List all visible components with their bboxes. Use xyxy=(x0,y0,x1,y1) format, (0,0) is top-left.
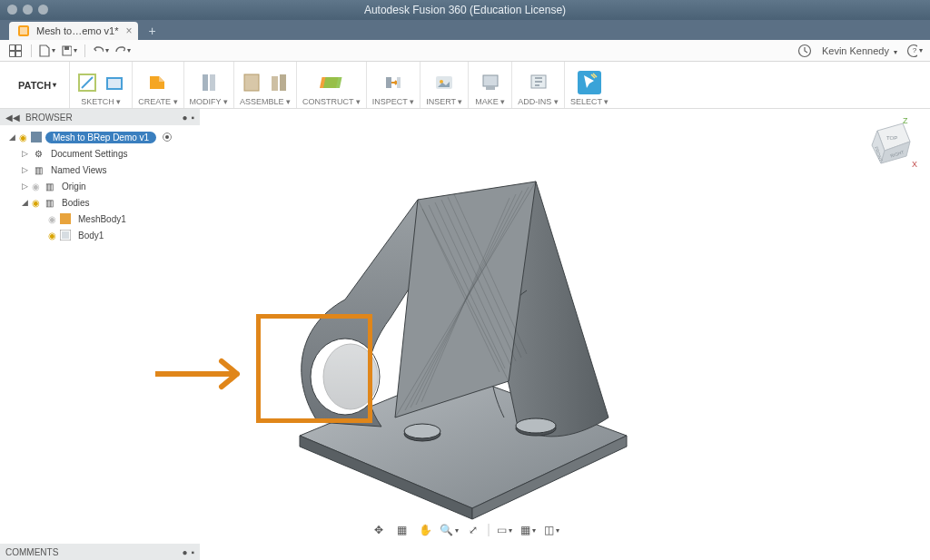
navigation-bar: ✥ ▦ ✋ 🔍▾ ⤢ ▭▾ ▦▾ ◫▾ xyxy=(365,520,566,540)
minimize-window-icon[interactable] xyxy=(23,5,33,15)
disclosure-triangle-icon[interactable]: ▷ xyxy=(20,165,29,174)
construct-icon[interactable] xyxy=(320,71,343,94)
browser-tree: ◢ ◉ Mesh to BRep Demo v1 ▷ ⚙ Document Se… xyxy=(0,125,200,243)
quick-access-toolbar: ▾ ▾ ▾ ▾ Kevin Kennedy ▾ ?▾ xyxy=(0,40,930,62)
display-settings-button[interactable]: ▭▾ xyxy=(495,522,515,538)
sketch-line-icon[interactable] xyxy=(75,71,99,94)
svg-rect-15 xyxy=(272,76,278,91)
close-tab-icon[interactable]: × xyxy=(125,25,132,37)
new-tab-button[interactable]: + xyxy=(143,22,162,40)
tree-root[interactable]: ◢ ◉ Mesh to BRep Demo v1 xyxy=(4,129,200,145)
addins-icon[interactable] xyxy=(527,71,550,94)
active-component-radio[interactable] xyxy=(163,133,172,142)
svg-rect-11 xyxy=(107,78,122,89)
data-panel-button[interactable] xyxy=(7,43,24,59)
visibility-bulb-icon[interactable]: ◉ xyxy=(48,231,56,241)
orbit-button[interactable]: ✥ xyxy=(369,522,389,538)
component-icon xyxy=(30,131,43,143)
ribbon-label: ASSEMBLE ▾ xyxy=(240,97,291,106)
tree-label: Named Views xyxy=(47,164,111,176)
modify-icon[interactable] xyxy=(197,71,221,94)
undo-button[interactable]: ▾ xyxy=(93,43,109,59)
viewcube[interactable]: Z X TOP FRONT RIGHT xyxy=(859,114,917,172)
tree-item-body1[interactable]: ◉ Body1 xyxy=(4,227,200,243)
tree-item-origin[interactable]: ▷ ◉ ▥ Origin xyxy=(4,178,200,194)
svg-rect-6 xyxy=(16,52,21,56)
fit-button[interactable]: ⤢ xyxy=(463,522,483,538)
viewcube-top-label[interactable]: TOP xyxy=(886,135,897,141)
look-at-button[interactable]: ▦ xyxy=(392,522,412,538)
separator xyxy=(489,524,490,536)
visibility-bulb-icon[interactable]: ◉ xyxy=(19,133,27,142)
ribbon-group-inspect[interactable]: INSPECT ▾ xyxy=(367,62,420,108)
svg-rect-5 xyxy=(10,52,15,56)
zoom-window-icon[interactable] xyxy=(38,5,48,15)
visibility-bulb-icon[interactable]: ◉ xyxy=(32,182,40,192)
select-icon[interactable] xyxy=(578,71,601,94)
tree-label: Document Settings xyxy=(47,148,132,160)
disclosure-triangle-icon[interactable]: ◢ xyxy=(20,198,29,207)
redo-button[interactable]: ▾ xyxy=(114,43,131,59)
sketch-rect-icon[interactable] xyxy=(103,71,126,94)
zoom-button[interactable]: 🔍▾ xyxy=(440,522,460,538)
workspace-switcher[interactable]: PATCH ▾ xyxy=(5,62,70,108)
svg-rect-12 xyxy=(203,74,208,91)
ribbon-group-modify[interactable]: MODIFY ▾ xyxy=(184,62,234,108)
mesh-body-icon xyxy=(59,212,72,225)
visibility-bulb-icon[interactable]: ◉ xyxy=(48,214,56,224)
ribbon-label: MODIFY ▾ xyxy=(190,97,228,106)
tree-item-document-settings[interactable]: ▷ ⚙ Document Settings xyxy=(4,145,200,162)
tree-item-named-views[interactable]: ▷ ▥ Named Views xyxy=(4,162,200,178)
file-menu-button[interactable]: ▾ xyxy=(39,43,55,59)
ribbon-group-make[interactable]: MAKE ▾ xyxy=(469,62,512,108)
ribbon-group-assemble[interactable]: ASSEMBLE ▾ xyxy=(234,62,297,108)
ribbon-label: ADD-INS ▾ xyxy=(518,97,559,106)
ribbon-label: INSPECT ▾ xyxy=(372,97,414,106)
window-controls[interactable] xyxy=(7,5,48,15)
help-button[interactable]: ?▾ xyxy=(906,43,923,59)
inspect-icon[interactable] xyxy=(381,71,405,94)
ribbon-group-sketch[interactable]: SKETCH ▾ xyxy=(70,62,133,108)
job-status-icon[interactable] xyxy=(796,43,813,59)
panel-settings-icon[interactable]: ● xyxy=(182,113,187,123)
collapse-icon[interactable]: ◀◀ xyxy=(5,113,20,123)
comments-panel-header[interactable]: COMMENTS ● ▪ xyxy=(0,544,200,560)
disclosure-triangle-icon[interactable]: ◢ xyxy=(7,133,16,142)
make-icon[interactable] xyxy=(479,71,502,94)
svg-rect-23 xyxy=(483,75,498,86)
svg-rect-39 xyxy=(62,231,69,239)
ribbon-group-select[interactable]: SELECT ▾ xyxy=(565,62,614,108)
chevron-down-icon: ▾ xyxy=(53,81,56,89)
disclosure-triangle-icon[interactable]: ▷ xyxy=(20,149,29,158)
save-button[interactable]: ▾ xyxy=(61,43,77,59)
tree-item-bodies[interactable]: ◢ ◉ ▥ Bodies xyxy=(4,194,200,211)
close-window-icon[interactable] xyxy=(7,5,17,15)
ribbon-group-create[interactable]: CREATE ▾ xyxy=(133,62,183,108)
annotation-highlight-box xyxy=(256,314,372,423)
fusion-doc-icon xyxy=(18,25,29,36)
axis-x-label: X xyxy=(912,160,917,169)
app-title: Autodesk Fusion 360 (Education License) xyxy=(364,4,566,16)
tree-item-meshbody[interactable]: ◉ MeshBody1 xyxy=(4,211,200,227)
ribbon-group-addins[interactable]: ADD-INS ▾ xyxy=(512,62,565,108)
create-icon[interactable] xyxy=(146,71,170,94)
help-icon: ? xyxy=(913,46,916,54)
ribbon-group-construct[interactable]: CONSTRUCT ▾ xyxy=(297,62,367,108)
pan-button[interactable]: ✋ xyxy=(416,522,436,538)
ribbon-group-insert[interactable]: INSERT ▾ xyxy=(420,62,469,108)
browser-header[interactable]: ◀◀ BROWSER ● ▪ xyxy=(0,109,200,125)
panel-detach-icon[interactable]: ▪ xyxy=(191,547,194,557)
folder-icon: ▥ xyxy=(43,180,55,192)
solid-body-icon xyxy=(59,229,72,241)
panel-detach-icon[interactable]: ▪ xyxy=(191,113,194,123)
assemble-joint-icon[interactable] xyxy=(267,71,291,94)
user-menu[interactable]: Kevin Kennedy ▾ xyxy=(822,45,897,56)
panel-settings-icon[interactable]: ● xyxy=(182,547,187,557)
insert-icon[interactable] xyxy=(432,71,456,94)
grid-settings-button[interactable]: ▦▾ xyxy=(519,522,539,538)
disclosure-triangle-icon[interactable]: ▷ xyxy=(20,182,29,191)
document-tab[interactable]: Mesh to…emo v1* × xyxy=(9,22,138,40)
visibility-bulb-icon[interactable]: ◉ xyxy=(32,198,40,208)
assemble-icon[interactable] xyxy=(240,71,263,94)
viewport-layout-button[interactable]: ◫▾ xyxy=(542,522,562,538)
